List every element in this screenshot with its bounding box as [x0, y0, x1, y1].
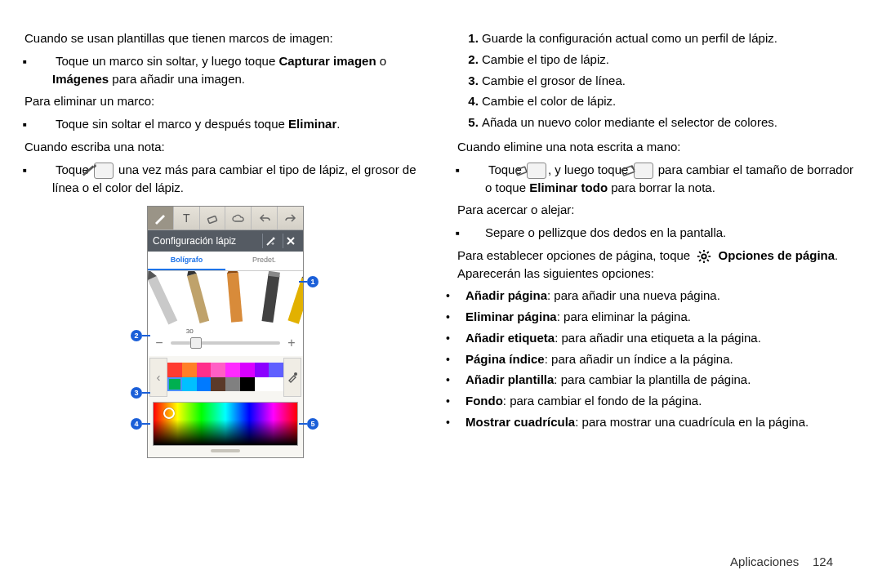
thickness-minus[interactable]: − [153, 333, 166, 352]
eraser-size-icon [634, 163, 653, 179]
toolbar-cloud-icon[interactable] [225, 207, 252, 229]
picker-pointer[interactable] [163, 408, 175, 419]
thickness-track[interactable]: 30 [171, 341, 280, 345]
remove-frame-intro: Para eliminar un marco: [24, 92, 425, 110]
swatch[interactable] [225, 363, 240, 377]
thickness-plus[interactable]: + [285, 333, 298, 352]
thickness-value: 30 [186, 327, 194, 336]
thickness-knob[interactable] [190, 337, 202, 349]
callout-1: 1 [307, 276, 318, 287]
callout-legend: Guarde la configuración actual como un p… [457, 29, 858, 131]
tab-predet[interactable]: Predet. [225, 252, 303, 270]
color-swatches[interactable] [167, 363, 283, 392]
delete-handnote-bullet: Toque , y luego toque para cambiar el ta… [485, 161, 858, 197]
swatch[interactable] [197, 377, 212, 392]
swatch[interactable] [211, 377, 225, 392]
frames-bullet: Toque un marco sin soltar, y luego toque… [52, 52, 425, 88]
swatch[interactable] [269, 377, 283, 392]
callout-4: 4 [131, 418, 142, 430]
legend-3: Cambie el grosor de línea. [482, 72, 858, 90]
page-option-item: Página índice: para añadir un índice a l… [466, 350, 858, 368]
page-option-item: Añadir página: para añadir una nueva pág… [466, 287, 858, 305]
swatch[interactable] [167, 377, 182, 392]
color-picker[interactable] [153, 402, 298, 446]
page-option-item: Eliminar página: para eliminar la página… [466, 308, 858, 326]
swatch[interactable] [211, 363, 225, 377]
svg-line-25 [700, 260, 702, 261]
pen-tabs: Bolígrafo Predet. [148, 252, 303, 271]
svg-point-15 [294, 372, 297, 376]
right-column: Guarde la configuración actual como un p… [457, 29, 858, 588]
pen-settings-figure: T Configuración lápiz + Bolígrafo Predet… [131, 206, 318, 457]
page-footer: Aplicaciones 124 [0, 555, 882, 568]
swatch[interactable] [240, 363, 255, 377]
write-note-intro: Cuando escriba una nota: [24, 138, 425, 156]
frames-intro: Cuando se usan plantillas que tienen mar… [24, 29, 425, 47]
svg-text:+: + [271, 241, 274, 247]
toolbar-redo-icon[interactable] [278, 207, 303, 229]
svg-rect-16 [515, 167, 527, 176]
line-thickness-slider[interactable]: − 30 + [148, 330, 303, 355]
svg-rect-13 [287, 278, 303, 324]
swatch[interactable] [225, 377, 240, 392]
page-options-intro: Para establecer opciones de página, toqu… [457, 247, 858, 283]
left-column: Cuando se usan plantillas que tienen mar… [24, 29, 425, 588]
eyedropper-icon[interactable] [283, 358, 301, 397]
legend-1: Guarde la configuración actual como un p… [482, 29, 858, 47]
legend-5: Añada un nuevo color mediante el selecto… [482, 114, 858, 131]
legend-2: Cambie el tipo de lápiz. [482, 51, 858, 69]
close-icon[interactable] [283, 234, 298, 248]
swatch[interactable] [182, 363, 197, 377]
pen-settings-panel: T Configuración lápiz + Bolígrafo Predet… [147, 206, 304, 457]
legend-4: Cambie el color de lápiz. [482, 92, 858, 110]
page-option-item: Añadir plantilla: para cambiar la planti… [466, 371, 858, 389]
page-option-item: Fondo: para cambiar el fondo de la págin… [466, 392, 858, 410]
svg-rect-9 [227, 273, 243, 323]
tab-boligrafo[interactable]: Bolígrafo [148, 252, 225, 270]
callout-5: 5 [307, 418, 318, 430]
pen-type-selector[interactable] [148, 271, 303, 330]
gear-icon [695, 249, 713, 264]
swatch[interactable] [167, 363, 182, 377]
svg-rect-7 [187, 274, 209, 323]
toolbar-eraser-icon[interactable] [200, 207, 226, 229]
swatch[interactable] [197, 363, 212, 377]
swatch[interactable] [182, 377, 197, 392]
save-profile-icon[interactable]: + [262, 234, 278, 248]
swatch[interactable] [255, 363, 270, 377]
pen-icon [94, 163, 114, 179]
pen-config-header: Configuración lápiz + [148, 230, 303, 252]
note-toolbar: T [148, 207, 303, 230]
page-option-item: Mostrar cuadrícula: para mostrar una cua… [466, 413, 858, 431]
swatch[interactable] [240, 377, 255, 392]
toolbar-text-icon[interactable]: T [174, 207, 200, 229]
svg-point-3 [273, 238, 275, 240]
drag-handle-icon[interactable] [211, 449, 240, 452]
toolbar-undo-icon[interactable] [252, 207, 278, 229]
footer-section: Aplicaciones [730, 555, 799, 568]
svg-rect-11 [261, 274, 279, 323]
svg-rect-2 [207, 216, 216, 224]
swatch[interactable] [255, 377, 270, 392]
write-note-bullet: Toque una vez más para cambiar el tipo d… [52, 161, 425, 197]
pen-config-title: Configuración lápiz [153, 234, 257, 248]
swatch[interactable] [269, 363, 283, 377]
svg-marker-1 [93, 163, 96, 167]
page-option-item: Añadir etiqueta: para añadir una etiquet… [466, 329, 858, 347]
svg-rect-5 [148, 276, 177, 324]
svg-line-0 [83, 166, 94, 175]
swatch-prev-icon[interactable]: ‹ [149, 358, 167, 397]
svg-point-18 [702, 254, 706, 258]
callout-2: 2 [131, 330, 142, 341]
color-swatch-row: ‹ [148, 356, 303, 399]
remove-frame-bullet: Toque sin soltar el marco y después toqu… [52, 115, 425, 133]
callout-3: 3 [131, 387, 142, 399]
footer-page: 124 [813, 555, 833, 568]
zoom-intro: Para acercar o alejar: [457, 201, 858, 219]
zoom-bullet: Separe o pellizque dos dedos en la panta… [485, 224, 858, 242]
toolbar-pen-icon[interactable] [148, 207, 174, 229]
svg-line-24 [707, 260, 709, 261]
delete-handnote-intro: Cuando elimine una nota escrita a mano: [457, 138, 858, 156]
svg-line-23 [700, 252, 702, 253]
page-options-list: Añadir página: para añadir una nueva pág… [457, 287, 858, 430]
